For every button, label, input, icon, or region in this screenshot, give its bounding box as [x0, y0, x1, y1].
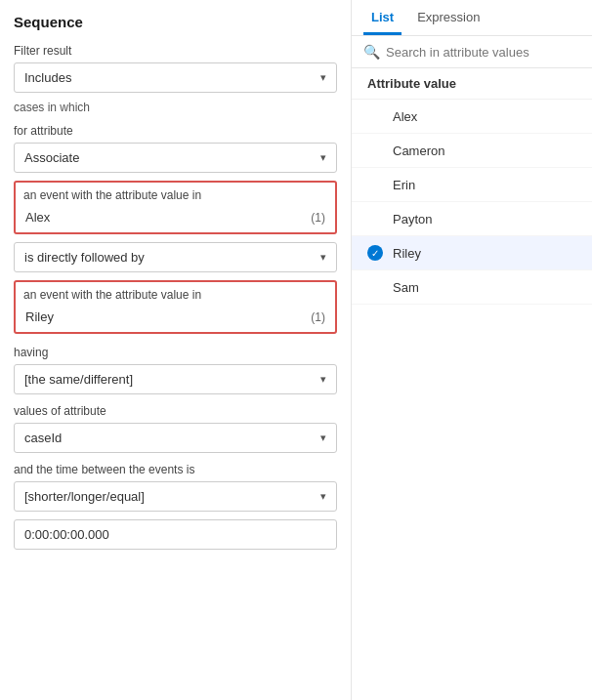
search-icon: 🔍: [363, 44, 380, 60]
list-item[interactable]: Alex: [352, 100, 592, 134]
chevron-down-icon: ▾: [320, 490, 326, 503]
search-input[interactable]: [386, 45, 580, 60]
event2-box: an event with the attribute value in Ril…: [14, 280, 337, 334]
tab-bar: List Expression: [352, 0, 592, 36]
event1-box: an event with the attribute value in Ale…: [14, 181, 337, 234]
time-between-label: and the time between the events is: [14, 463, 337, 476]
right-panel: List Expression 🔍 Attribute value AlexCa…: [352, 0, 592, 700]
having-label: having: [14, 346, 337, 359]
attribute-value-header: Attribute value: [352, 68, 592, 100]
attr-item-label: Riley: [393, 246, 421, 261]
for-attribute-value: Associate: [24, 150, 79, 165]
attr-item-label: Payton: [393, 212, 432, 226]
event1-count: (1): [311, 211, 325, 225]
tab-list[interactable]: List: [363, 0, 402, 35]
empty-check: [367, 211, 383, 226]
event2-box-label: an event with the attribute value in: [18, 284, 333, 304]
event2-count: (1): [311, 310, 325, 324]
event1-box-label: an event with the attribute value in: [18, 185, 333, 204]
event1-field[interactable]: Alex (1): [18, 204, 333, 230]
values-of-attr-value: caseId: [24, 431, 62, 445]
chevron-down-icon: ▾: [320, 251, 326, 264]
cases-in-which-label: cases in which: [14, 101, 337, 114]
event2-field[interactable]: Riley (1): [18, 304, 333, 330]
attr-item-label: Erin: [393, 178, 415, 192]
check-circle-icon: [367, 245, 383, 261]
chevron-down-icon: ▾: [320, 373, 326, 386]
event1-value: Alex: [25, 210, 50, 225]
having-value: [the same/different]: [24, 372, 133, 387]
filter-result-value: Includes: [24, 70, 71, 85]
empty-check: [367, 143, 383, 158]
list-item[interactable]: Erin: [352, 168, 592, 202]
followed-by-value: is directly followed by: [24, 250, 145, 265]
list-item[interactable]: Riley: [352, 236, 592, 270]
chevron-down-icon: ▾: [320, 71, 326, 84]
time-between-value: [shorter/longer/equal]: [24, 489, 145, 504]
values-of-attr-label: values of attribute: [14, 404, 337, 418]
time-input[interactable]: [14, 519, 337, 550]
empty-check: [367, 177, 383, 192]
for-attribute-dropdown[interactable]: Associate ▾: [14, 143, 337, 173]
attribute-list: AlexCameronErinPaytonRileySam: [352, 100, 592, 700]
page-title: Sequence: [14, 14, 337, 30]
left-panel: Sequence Filter result Includes ▾ cases …: [0, 0, 352, 700]
list-item[interactable]: Cameron: [352, 134, 592, 168]
attr-item-label: Sam: [393, 280, 419, 295]
list-item[interactable]: Sam: [352, 270, 592, 305]
tab-expression[interactable]: Expression: [409, 0, 487, 35]
chevron-down-icon: ▾: [320, 432, 326, 444]
chevron-down-icon: ▾: [320, 151, 326, 164]
attr-item-label: Cameron: [393, 144, 444, 158]
followed-by-dropdown[interactable]: is directly followed by ▾: [14, 242, 337, 272]
filter-result-dropdown[interactable]: Includes ▾: [14, 62, 337, 93]
values-of-attr-dropdown[interactable]: caseId ▾: [14, 423, 337, 453]
time-between-dropdown[interactable]: [shorter/longer/equal] ▾: [14, 481, 337, 512]
list-item[interactable]: Payton: [352, 202, 592, 236]
having-dropdown[interactable]: [the same/different] ▾: [14, 364, 337, 394]
empty-check: [367, 108, 383, 124]
filter-result-label: Filter result: [14, 44, 337, 58]
empty-check: [367, 279, 383, 295]
event2-value: Riley: [25, 309, 54, 324]
attr-item-label: Alex: [393, 109, 417, 124]
for-attribute-label: for attribute: [14, 124, 337, 138]
search-bar: 🔍: [352, 36, 592, 68]
